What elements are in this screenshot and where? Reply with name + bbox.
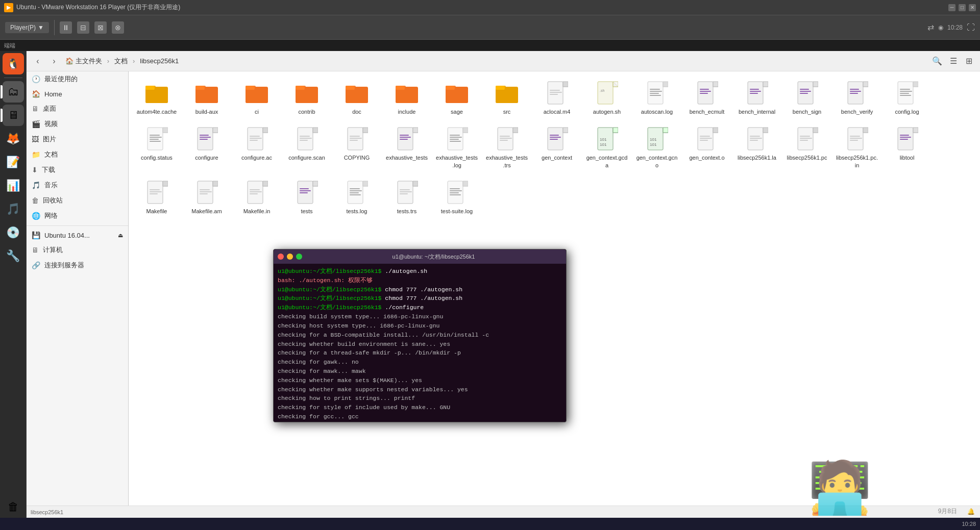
file-item[interactable]: bench_sign xyxy=(784,77,830,118)
file-item[interactable]: exhaustive_tests.log xyxy=(434,122,480,172)
eject-icon[interactable]: ⏏ xyxy=(118,232,123,239)
vm-icon-2[interactable]: ⊠ xyxy=(94,21,107,34)
grid-view-button[interactable]: ⊞ xyxy=(962,54,976,68)
file-item[interactable]: tests.log xyxy=(334,176,380,218)
restore-button[interactable]: □ xyxy=(959,4,966,11)
svg-rect-211 xyxy=(400,191,412,192)
expand-icon[interactable]: ⇄ xyxy=(927,22,934,32)
file-item[interactable]: exhaustive_tests.trs xyxy=(484,122,530,172)
sidebar-item-desktop[interactable]: 🖥 桌面 xyxy=(27,101,128,116)
file-item[interactable]: tests xyxy=(284,176,330,218)
sidebar-item-docs[interactable]: 📁 文档 xyxy=(27,147,128,162)
settings-app-button[interactable]: 🔧 xyxy=(3,245,24,267)
breadcrumb-docs[interactable]: 文档 xyxy=(112,56,130,67)
sidebar-item-music[interactable]: 🎵 音乐 xyxy=(27,178,128,193)
file-item[interactable]: config.status xyxy=(134,122,180,172)
file-item[interactable]: gen_context xyxy=(534,122,580,172)
editor-app-button[interactable]: 📝 xyxy=(3,152,24,173)
sidebar-item-video[interactable]: 🎬 视频 xyxy=(27,116,128,132)
file-item[interactable]: libsecp256k1.la xyxy=(734,122,780,172)
breadcrumb-current[interactable]: libsecp256k1 xyxy=(138,56,181,66)
file-item[interactable]: 101 101 gen_context.gcda xyxy=(584,122,630,172)
file-item[interactable]: tests.trs xyxy=(384,176,430,218)
forward-button[interactable]: › xyxy=(47,54,61,68)
svg-rect-210 xyxy=(400,189,410,190)
sidebar-item-network[interactable]: 🌐 网络 xyxy=(27,208,128,223)
svg-rect-191 xyxy=(250,189,260,190)
music-app-button[interactable]: 🎵 xyxy=(3,198,24,220)
file-item[interactable]: libsecp256k1.pc xyxy=(784,122,830,172)
file-item[interactable]: sage xyxy=(434,77,480,118)
file-item[interactable]: Makefile.in xyxy=(234,176,280,218)
sidebar-item-recent[interactable]: 🕐 最近使用的 xyxy=(27,71,128,87)
trash-app-button[interactable]: 🗑 xyxy=(3,496,24,518)
terminal-body[interactable]: u1@ubuntu:~/文档/libsecp256k1$ ./autogen.s… xyxy=(274,264,566,422)
close-button[interactable]: ✕ xyxy=(969,4,976,11)
file-item[interactable]: autoscan.log xyxy=(634,77,680,118)
svg-rect-97 xyxy=(250,138,262,139)
file-icon-libtool xyxy=(894,125,920,152)
file-item[interactable]: 101 101 gen_context.gcno xyxy=(634,122,680,172)
file-item[interactable]: COPYING xyxy=(334,122,380,172)
file-item[interactable]: bench_internal xyxy=(734,77,780,118)
file-item[interactable]: exhaustive_tests xyxy=(384,122,430,172)
file-item[interactable]: Makefile xyxy=(134,176,180,218)
file-item[interactable]: libsecp256k1.pc.in xyxy=(834,122,880,172)
file-item[interactable]: gen_context.o xyxy=(684,122,730,172)
sidebar-item-computer[interactable]: 🖥 计算机 xyxy=(27,242,128,258)
sidebar-item-trash[interactable]: 🗑 回收站 xyxy=(27,193,128,208)
file-item[interactable]: test-suite.log xyxy=(434,176,480,218)
svg-text:101: 101 xyxy=(650,142,657,147)
file-item[interactable]: Makefile.am xyxy=(184,176,230,218)
file-item[interactable]: .sh autogen.sh xyxy=(584,77,630,118)
list-view-button[interactable]: ☰ xyxy=(946,54,961,68)
file-icon-libsecp256k1.pc.in xyxy=(844,125,870,152)
search-button[interactable]: 🔍 xyxy=(930,54,944,68)
file-item[interactable]: libtool xyxy=(884,122,930,172)
file-item[interactable]: configure.ac xyxy=(234,122,280,172)
sidebar-item-connect-server[interactable]: 🔗 连接到服务器 xyxy=(27,258,128,273)
firefox-app-button[interactable]: 🦊 xyxy=(3,128,24,149)
calc-app-button[interactable]: 📊 xyxy=(3,175,24,196)
vm-icon-1[interactable]: ⊟ xyxy=(77,21,89,34)
player-menu-button[interactable]: Player(P)▼ xyxy=(5,22,49,33)
terminal-app-button[interactable]: 🖥 xyxy=(3,105,24,126)
fullscreen-icon[interactable]: ⛶ xyxy=(967,23,975,32)
files-app-button[interactable]: 🗂 xyxy=(3,81,24,103)
file-item[interactable]: contrib xyxy=(284,77,330,118)
dvd-app-button[interactable]: 💿 xyxy=(3,222,24,243)
sidebar-item-home[interactable]: 🏠 Home xyxy=(27,87,128,101)
terminal-minimize-button[interactable] xyxy=(287,254,293,260)
file-item[interactable]: doc xyxy=(334,77,380,118)
file-item[interactable]: autom4te.cache xyxy=(134,77,180,118)
file-item[interactable]: config.log xyxy=(884,77,930,118)
file-item[interactable]: src xyxy=(484,77,530,118)
file-item[interactable]: bench_verify xyxy=(834,77,880,118)
terminal-maximize-button[interactable] xyxy=(296,254,302,260)
vm-icon-3[interactable]: ⊗ xyxy=(112,21,124,34)
back-button[interactable]: ‹ xyxy=(31,54,45,68)
file-item[interactable]: include xyxy=(384,77,430,118)
terminal-close-button[interactable] xyxy=(278,254,284,260)
breadcrumb-home[interactable]: 🏠 主文件夹 xyxy=(63,56,104,67)
terminal-window[interactable]: u1@ubuntu: ~/文档/libsecp256k1 u1@ubuntu:~… xyxy=(273,249,567,422)
file-item[interactable]: ci xyxy=(234,77,280,118)
svg-rect-65 xyxy=(800,91,811,92)
bottom-right-area: 9月8日 🔔 xyxy=(938,507,975,516)
file-item[interactable]: configure.scan xyxy=(284,122,330,172)
ubuntu-dash-button[interactable]: 🐧 xyxy=(3,53,24,74)
sidebar-item-images[interactable]: 🖼 图片 xyxy=(27,132,128,147)
minimize-button[interactable]: ─ xyxy=(948,4,955,11)
file-item[interactable]: configure xyxy=(184,122,230,172)
file-item[interactable]: bench_ecmult xyxy=(684,77,730,118)
sidebar-item-downloads[interactable]: ⬇ 下载 xyxy=(27,162,128,178)
file-icon-bench_internal xyxy=(744,80,770,106)
file-item[interactable]: aclocal.m4 xyxy=(534,77,580,118)
sidebar-item-ubuntu[interactable]: 💾 Ubuntu 16.04... ⏏ xyxy=(27,228,128,242)
file-icon-libsecp256k1.pc xyxy=(794,125,820,152)
svg-rect-35 xyxy=(550,90,560,91)
notification-icon[interactable]: 🔔 xyxy=(967,508,975,515)
file-item[interactable]: build-aux xyxy=(184,77,230,118)
svg-rect-14 xyxy=(296,89,318,103)
pause-button[interactable]: ⏸ xyxy=(60,21,72,34)
